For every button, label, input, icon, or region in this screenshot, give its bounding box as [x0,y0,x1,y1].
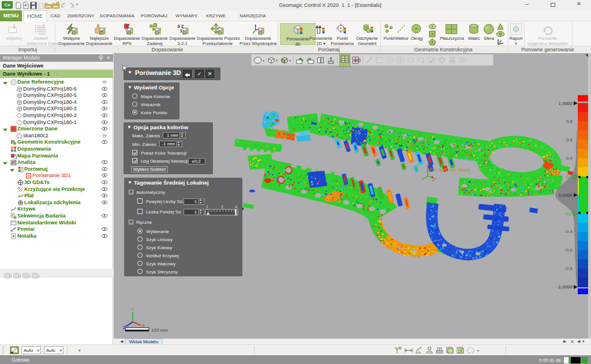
svg-text:X: X [142,324,145,328]
svg-text:0,4: 0,4 [566,156,573,161]
svg-text:0,2: 0,2 [566,174,573,179]
svg-text:1: 1 [206,205,208,209]
svg-text:-1,0000: -1,0000 [557,284,573,290]
svg-text:2: 2 [221,205,223,209]
svg-text:1: 1 [180,28,183,33]
svg-text:1,0000: 1,0000 [559,101,573,106]
svg-text:Początek Ukł. Współ.: Początek Ukł. Współ. [430,167,471,172]
svg-text:0,6: 0,6 [566,137,573,142]
svg-text:100 mm: 100 mm [151,328,168,333]
svg-text:Y: Y [131,307,134,312]
svg-text:-0,2: -0,2 [564,211,573,216]
svg-text:x: x [432,178,434,182]
svg-text:-0,4: -0,4 [564,229,573,234]
svg-text:-0,8: -0,8 [564,266,573,271]
svg-text:0,8: 0,8 [566,119,573,124]
svg-text:0,0000: 0,0000 [559,193,573,198]
svg-text:-0,6: -0,6 [564,247,573,253]
svg-text:4: 4 [235,205,237,209]
